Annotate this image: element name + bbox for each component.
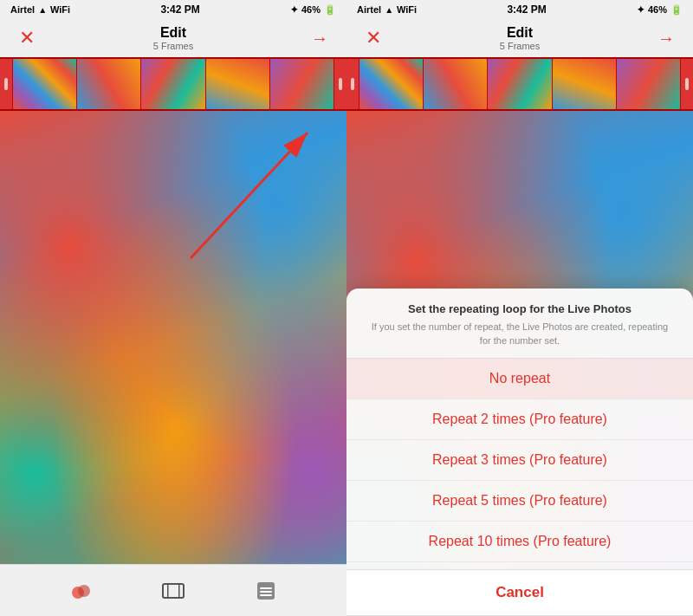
left-carrier: Airtel ▲ WiFi bbox=[10, 4, 70, 15]
right-header: ✕ Edit 5 Frames → bbox=[346, 19, 693, 57]
right-film-frame-3 bbox=[488, 59, 551, 109]
left-tool-button-3[interactable] bbox=[250, 575, 282, 606]
left-header-title-group: Edit 5 Frames bbox=[153, 25, 193, 51]
right-next-button[interactable]: → bbox=[653, 29, 679, 49]
frames-icon bbox=[161, 579, 185, 603]
left-status-bar: Airtel ▲ WiFi 3:42 PM ✦ 46% 🔋 bbox=[0, 0, 346, 19]
left-phone-panel: Airtel ▲ WiFi 3:42 PM ✦ 46% 🔋 ✕ Edit 5 F… bbox=[0, 0, 346, 616]
right-signal-icon: ▲ bbox=[385, 5, 393, 15]
left-time: 3:42 PM bbox=[160, 3, 199, 16]
right-time: 3:42 PM bbox=[507, 3, 546, 16]
popup-card: Set the repeating loop for the Live Phot… bbox=[346, 289, 693, 615]
left-film-frames bbox=[12, 59, 334, 109]
svg-rect-4 bbox=[163, 584, 184, 598]
right-carrier: Airtel ▲ WiFi bbox=[357, 4, 417, 15]
left-next-button[interactable]: → bbox=[307, 29, 333, 49]
right-battery: ✦ 46% 🔋 bbox=[637, 4, 683, 16]
right-film-frame-5 bbox=[617, 59, 680, 109]
settings-icon bbox=[254, 579, 278, 603]
svg-rect-5 bbox=[167, 584, 169, 598]
right-handle-dot bbox=[339, 78, 342, 90]
left-handle-dot bbox=[4, 78, 8, 90]
film-frame-3 bbox=[141, 59, 204, 109]
left-battery-icon: 🔋 bbox=[324, 4, 336, 16]
right-frames-subtitle: 5 Frames bbox=[500, 41, 540, 51]
film-frame-2 bbox=[77, 59, 140, 109]
left-tool-button-2[interactable] bbox=[158, 575, 189, 606]
popup-option-repeat-5[interactable]: Repeat 5 times (Pro feature) bbox=[346, 481, 693, 522]
popup-option-no-repeat[interactable]: No repeat bbox=[346, 359, 693, 399]
film-frame-1 bbox=[13, 59, 76, 109]
left-close-button[interactable]: ✕ bbox=[14, 27, 40, 49]
right-battery-icon: 🔋 bbox=[670, 4, 683, 16]
svg-rect-9 bbox=[260, 591, 272, 593]
left-filmstrip bbox=[0, 57, 346, 111]
popup-option-repeat-3[interactable]: Repeat 3 times (Pro feature) bbox=[346, 440, 693, 481]
left-photo-area bbox=[0, 111, 346, 564]
left-film-handle-right[interactable] bbox=[334, 57, 346, 111]
svg-rect-6 bbox=[178, 584, 180, 598]
right-film-frame-1 bbox=[359, 59, 423, 109]
popup-cancel-button[interactable]: Cancel bbox=[346, 569, 693, 615]
right-status-bar: Airtel ▲ WiFi 3:42 PM ✦ 46% 🔋 bbox=[346, 0, 693, 19]
right-filmstrip bbox=[346, 57, 693, 111]
film-frame-4 bbox=[206, 59, 269, 109]
right-film-frame-2 bbox=[424, 59, 487, 109]
popup-title: Set the repeating loop for the Live Phot… bbox=[346, 302, 693, 321]
right-header-title-group: Edit 5 Frames bbox=[500, 25, 540, 51]
right-film-frames bbox=[359, 59, 681, 109]
svg-rect-8 bbox=[260, 587, 272, 589]
right-film-handle-left[interactable] bbox=[346, 57, 359, 111]
left-bottom-toolbar bbox=[0, 564, 346, 616]
left-tool-button-1[interactable] bbox=[65, 575, 96, 606]
left-bluetooth-icon: ✦ bbox=[290, 4, 298, 16]
left-signal-icon: ▲ bbox=[38, 5, 47, 15]
popup-overlay: Set the repeating loop for the Live Phot… bbox=[346, 302, 693, 615]
right-photo-area: Set the repeating loop for the Live Phot… bbox=[346, 111, 693, 615]
svg-point-3 bbox=[78, 585, 90, 597]
film-frame-5 bbox=[270, 59, 334, 109]
left-frames-subtitle: 5 Frames bbox=[153, 41, 193, 51]
right-film-handle-right[interactable] bbox=[681, 57, 693, 111]
popup-option-repeat-10[interactable]: Repeat 10 times (Pro feature) bbox=[346, 522, 693, 562]
left-edit-title: Edit bbox=[153, 25, 193, 41]
right-edit-title: Edit bbox=[500, 25, 540, 41]
right-bluetooth-icon: ✦ bbox=[637, 4, 644, 16]
left-header: ✕ Edit 5 Frames → bbox=[0, 19, 346, 57]
popup-option-repeat-2[interactable]: Repeat 2 times (Pro feature) bbox=[346, 399, 693, 440]
left-film-handle-left[interactable] bbox=[0, 57, 12, 111]
left-wifi-icon: WiFi bbox=[50, 4, 70, 15]
right-phone-panel: Airtel ▲ WiFi 3:42 PM ✦ 46% 🔋 ✕ Edit 5 F… bbox=[346, 0, 693, 616]
svg-rect-10 bbox=[260, 594, 272, 596]
popup-subtitle: If you set the number of repeat, the Liv… bbox=[346, 321, 693, 358]
right-wifi-icon: WiFi bbox=[397, 4, 417, 15]
left-battery: ✦ 46% 🔋 bbox=[290, 4, 336, 16]
circles-icon bbox=[68, 579, 93, 603]
right-film-frame-4 bbox=[553, 59, 616, 109]
left-photo-swirl bbox=[0, 111, 346, 564]
right-close-button[interactable]: ✕ bbox=[360, 27, 386, 49]
